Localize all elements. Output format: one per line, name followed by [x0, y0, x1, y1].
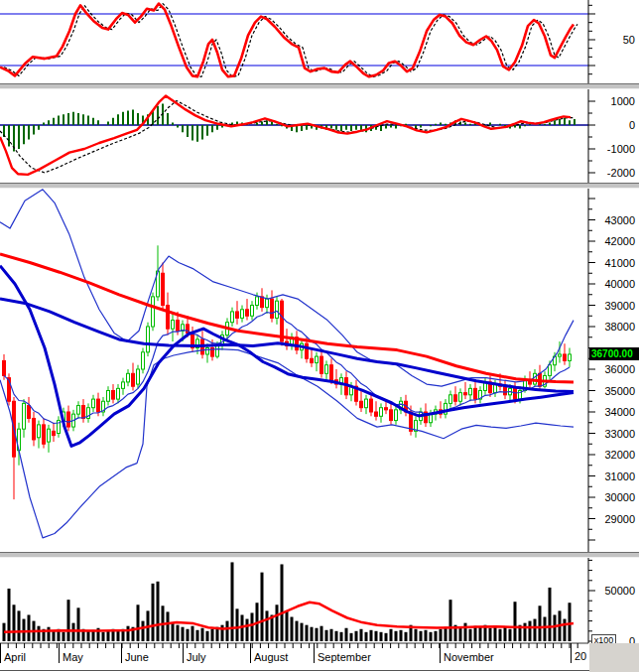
candle-body	[48, 429, 51, 442]
volume-bar	[187, 629, 190, 641]
volume-bar	[479, 627, 482, 641]
volume-bar	[38, 626, 41, 641]
candle-body	[67, 412, 70, 427]
volume-bar	[534, 619, 537, 641]
candle-body	[132, 373, 135, 386]
volume-bar	[430, 632, 433, 641]
volume-bar	[449, 600, 452, 641]
candle-body	[167, 306, 170, 330]
x-axis-month-label: May	[63, 651, 83, 663]
volume-bar	[435, 631, 438, 641]
volume-bar	[360, 629, 363, 641]
volume-bar	[316, 628, 319, 641]
candle-body	[172, 321, 175, 330]
panel-splitter-3[interactable]	[0, 552, 639, 558]
volume-bar	[544, 617, 547, 641]
chart-canvas: 5010000-1000-200043000420004100040000390…	[0, 0, 639, 672]
panel-splitter-1[interactable]	[0, 83, 639, 89]
volume-bar	[77, 607, 80, 641]
volume-bar	[395, 631, 398, 641]
volume-bar	[445, 627, 447, 641]
candle-body	[311, 358, 314, 362]
volume-ma-line	[4, 603, 574, 632]
volume-bar	[246, 619, 249, 641]
candle-body	[454, 395, 457, 401]
candle-body	[107, 391, 110, 402]
volume-bar	[13, 605, 16, 641]
volume-bar	[137, 605, 140, 641]
x-axis-year-label: 20	[575, 650, 586, 662]
candle-body	[142, 352, 145, 369]
volume-bar	[206, 631, 209, 641]
volume-bar	[340, 632, 343, 641]
candle-body	[464, 393, 467, 395]
volume-bar	[405, 632, 408, 641]
volume-bar	[474, 626, 477, 641]
volume-bar	[291, 617, 294, 641]
candle-body	[569, 354, 572, 360]
candle-body	[43, 425, 46, 444]
volume-bar	[266, 610, 269, 641]
price-axis-label: 41000	[604, 257, 635, 269]
candle-body	[534, 373, 537, 384]
volume-bar	[211, 629, 214, 641]
last-price-tag: 36700.00	[589, 347, 639, 360]
candle-body	[77, 406, 80, 415]
candle-body	[23, 403, 26, 429]
candle-body	[325, 365, 328, 374]
candle-body	[33, 418, 36, 440]
volume-bar	[539, 605, 542, 641]
volume-bar	[251, 612, 254, 641]
price-axis-label: 35000	[604, 385, 635, 397]
volume-bar	[53, 631, 56, 641]
volume-axis-label: 50000	[604, 585, 635, 597]
candle-body	[241, 310, 244, 319]
volume-bar	[172, 623, 175, 641]
volume-bar	[569, 603, 572, 641]
volume-bar	[385, 633, 388, 641]
x-axis-month-label: September	[318, 651, 371, 663]
price-axis-label: 29000	[604, 513, 635, 525]
volume-bar	[514, 602, 517, 641]
candle-body	[360, 401, 363, 407]
volume-bar	[8, 589, 11, 641]
candle-body	[474, 388, 477, 399]
candle-body	[38, 425, 41, 438]
candle-body	[53, 431, 56, 435]
volume-bar	[63, 632, 65, 641]
volume-bar	[425, 630, 428, 641]
volume-bar	[380, 632, 383, 641]
candle-body	[330, 365, 333, 380]
candle-body	[216, 345, 219, 356]
volume-bar	[469, 629, 472, 641]
volume-bar	[276, 605, 279, 641]
x-axis-month-label: November	[444, 651, 494, 663]
volume-bar	[196, 630, 199, 641]
candle-body	[395, 410, 398, 421]
volume-bar	[221, 625, 224, 641]
panel-splitter-2[interactable]	[0, 183, 639, 189]
volume-bar	[325, 630, 328, 641]
candle-body	[380, 408, 383, 417]
volume-bar	[459, 628, 462, 641]
volume-bar	[281, 564, 284, 641]
candle-body	[266, 299, 269, 308]
candle-body	[3, 360, 6, 375]
volume-bar	[67, 600, 70, 641]
volume-bar	[311, 627, 314, 641]
volume-bar	[72, 623, 75, 641]
volume-bar	[201, 628, 204, 641]
macd-line	[0, 96, 571, 175]
candle-body	[177, 321, 180, 332]
candle-body	[449, 395, 452, 404]
candle-body	[152, 297, 155, 327]
volume-bar	[415, 629, 418, 641]
price-axis-label: 38000	[604, 321, 635, 333]
volume-bar	[296, 621, 299, 641]
volume-bar	[375, 631, 378, 641]
volume-bar	[192, 626, 194, 641]
macd-axis-label: -2000	[607, 167, 635, 179]
volume-bar	[524, 623, 527, 641]
candle-body	[92, 399, 95, 408]
candle-body	[271, 299, 274, 318]
